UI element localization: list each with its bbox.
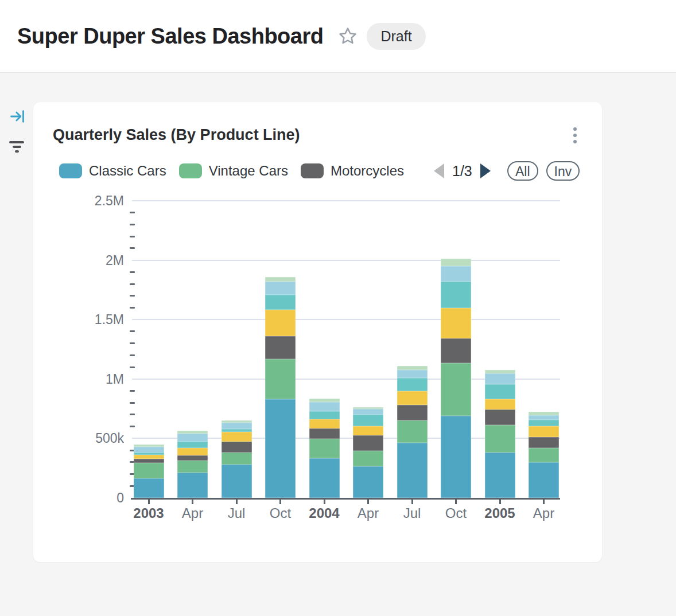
- stacked-bar-2004[interactable]: [309, 399, 340, 498]
- bar-segment-series-7[interactable]: [441, 259, 471, 266]
- bar-segment-classic-cars[interactable]: [353, 466, 383, 498]
- stacked-bar-chart: 0500k1M1.5M2M2.5M2003AprJulOct2004AprJul…: [33, 188, 602, 544]
- legend-actions: All Inv: [507, 161, 580, 181]
- bar-segment-motorcycles[interactable]: [309, 428, 340, 439]
- bar-segment-series-4[interactable]: [397, 391, 428, 405]
- bar-segment-vintage-cars[interactable]: [265, 359, 296, 399]
- y-minor-tick: [130, 247, 135, 249]
- legend-page-indicator: 1/3: [452, 163, 472, 180]
- bar-segment-series-7[interactable]: [397, 366, 428, 370]
- bar-segment-motorcycles[interactable]: [265, 336, 296, 360]
- bar-segment-classic-cars[interactable]: [485, 453, 515, 498]
- bar-segment-vintage-cars[interactable]: [529, 448, 559, 462]
- stacked-bar-jul[interactable]: [397, 366, 428, 498]
- bar-segment-classic-cars[interactable]: [441, 416, 471, 498]
- bar-segment-vintage-cars[interactable]: [222, 453, 252, 465]
- bar-segment-series-5[interactable]: [265, 295, 296, 310]
- legend-item-vintage-cars[interactable]: Vintage Cars: [179, 163, 288, 179]
- stacked-bar-apr[interactable]: [529, 412, 559, 498]
- stacked-bar-jul[interactable]: [222, 420, 252, 498]
- bar-segment-series-6[interactable]: [134, 447, 164, 453]
- bar-segment-motorcycles[interactable]: [134, 459, 164, 463]
- bar-segment-vintage-cars[interactable]: [309, 439, 340, 458]
- bar-segment-series-4[interactable]: [529, 426, 559, 437]
- bar-segment-vintage-cars[interactable]: [441, 363, 471, 416]
- x-tick: [279, 500, 281, 504]
- bar-segment-series-5[interactable]: [529, 420, 559, 427]
- bar-segment-series-5[interactable]: [397, 378, 428, 391]
- bar-segment-motorcycles[interactable]: [397, 405, 428, 420]
- card-menu-icon[interactable]: [570, 127, 580, 148]
- bar-segment-series-6[interactable]: [177, 434, 208, 442]
- bar-segment-series-6[interactable]: [265, 282, 296, 295]
- stacked-bar-2005[interactable]: [485, 370, 515, 498]
- bar-segment-motorcycles[interactable]: [222, 442, 252, 453]
- filter-icon[interactable]: [8, 141, 25, 156]
- y-minor-tick: [130, 224, 135, 225]
- bar-segment-series-5[interactable]: [485, 384, 515, 399]
- bar-segment-series-5[interactable]: [441, 282, 471, 308]
- stacked-bar-oct[interactable]: [265, 277, 296, 498]
- bar-segment-classic-cars[interactable]: [309, 458, 340, 498]
- bar-segment-series-6[interactable]: [397, 370, 428, 378]
- bar-segment-series-6[interactable]: [485, 373, 515, 384]
- bar-segment-series-6[interactable]: [353, 409, 383, 415]
- bar-segment-series-6[interactable]: [529, 415, 559, 419]
- bar-segment-motorcycles[interactable]: [485, 410, 515, 425]
- filter-bar: [9, 141, 24, 143]
- bar-segment-classic-cars[interactable]: [529, 462, 559, 498]
- bar-segment-series-4[interactable]: [222, 432, 252, 442]
- expand-sidebar-icon[interactable]: [9, 108, 26, 124]
- legend-next-page-icon[interactable]: [480, 163, 491, 178]
- legend-item-motorcycles[interactable]: Motorcycles: [301, 163, 404, 179]
- bar-segment-classic-cars[interactable]: [177, 473, 208, 498]
- bar-segment-motorcycles[interactable]: [529, 437, 559, 448]
- stacked-bar-apr[interactable]: [353, 407, 383, 498]
- bar-segment-classic-cars[interactable]: [265, 399, 296, 498]
- bar-segment-motorcycles[interactable]: [441, 338, 471, 363]
- bar-segment-vintage-cars[interactable]: [353, 451, 383, 466]
- bar-segment-motorcycles[interactable]: [177, 455, 208, 461]
- bar-segment-classic-cars[interactable]: [397, 443, 428, 498]
- bar-segment-series-7[interactable]: [485, 370, 515, 374]
- bar-segment-series-6[interactable]: [222, 423, 252, 428]
- x-tick: [543, 500, 545, 504]
- legend-prev-page-icon[interactable]: [434, 163, 444, 178]
- stacked-bar-oct[interactable]: [441, 259, 471, 498]
- bar-segment-series-5[interactable]: [309, 411, 340, 419]
- legend-select-all-button[interactable]: All: [507, 161, 538, 181]
- bar-segment-series-6[interactable]: [441, 266, 471, 282]
- bar-segment-vintage-cars[interactable]: [177, 461, 208, 473]
- legend-invert-button[interactable]: Inv: [546, 161, 580, 181]
- y-minor-tick: [130, 426, 135, 427]
- y-minor-tick: [130, 390, 135, 392]
- bar-segment-classic-cars[interactable]: [134, 478, 164, 498]
- stacked-bar-apr[interactable]: [177, 431, 208, 498]
- bar-segment-classic-cars[interactable]: [222, 465, 252, 498]
- bar-segment-motorcycles[interactable]: [353, 435, 383, 451]
- bar-segment-series-6[interactable]: [309, 402, 340, 411]
- bar-segment-series-4[interactable]: [309, 419, 340, 428]
- bar-segment-series-5[interactable]: [177, 442, 208, 448]
- bar-segment-vintage-cars[interactable]: [485, 425, 515, 453]
- bar-segment-series-4[interactable]: [441, 308, 471, 338]
- bar-segment-series-7[interactable]: [265, 277, 296, 282]
- bar-segment-series-4[interactable]: [353, 426, 383, 435]
- favorite-star-icon[interactable]: [337, 25, 359, 47]
- bar-segment-series-4[interactable]: [134, 455, 164, 459]
- chart-title: Quarterly Sales (By Product Line): [53, 126, 300, 144]
- legend-swatch: [301, 163, 324, 178]
- x-tick: [236, 500, 238, 504]
- legend-item-classic-cars[interactable]: Classic Cars: [59, 163, 166, 179]
- page-title: Super Duper Sales Dashboard: [17, 24, 323, 49]
- legend-swatch: [59, 163, 82, 178]
- bar-segment-series-4[interactable]: [177, 448, 208, 456]
- bar-segment-vintage-cars[interactable]: [397, 420, 428, 443]
- bar-segment-series-5[interactable]: [353, 415, 383, 426]
- stacked-bar-2003[interactable]: [134, 445, 164, 498]
- y-axis-label: 1.5M: [33, 311, 124, 328]
- bar-segment-series-4[interactable]: [265, 310, 296, 336]
- y-axis-label: 2.5M: [33, 193, 124, 209]
- bar-segment-vintage-cars[interactable]: [134, 463, 164, 478]
- bar-segment-series-4[interactable]: [485, 399, 515, 410]
